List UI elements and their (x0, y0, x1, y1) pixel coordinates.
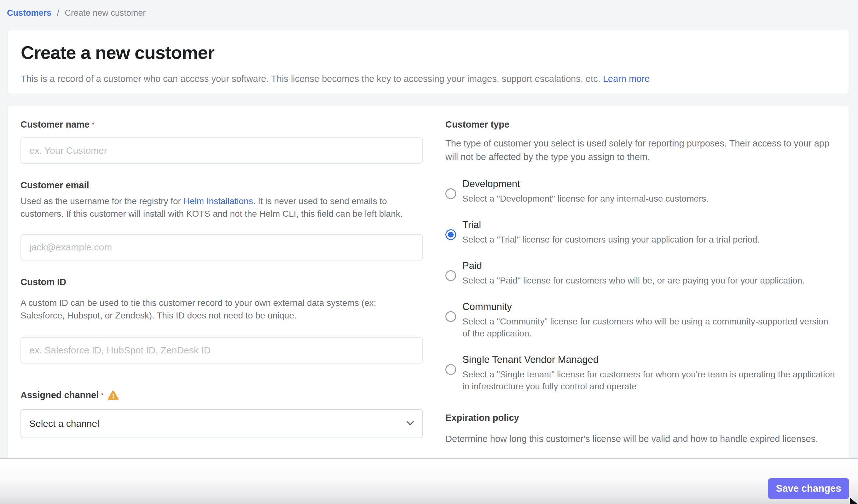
page-description: This is a record of a customer who can a… (21, 72, 836, 85)
page-title: Create a new customer (21, 42, 836, 63)
customer-email-help: Used as the username for the registry fo… (20, 195, 423, 220)
assigned-channel-select[interactable]: Select a channel (20, 409, 423, 438)
form-right-column: Customer type The type of customer you s… (445, 119, 836, 461)
breadcrumb-customers-link[interactable]: Customers (7, 8, 51, 18)
customer-type-option-development[interactable]: Development Select a "Development" licen… (445, 178, 836, 205)
warning-icon (108, 390, 119, 400)
assigned-channel-required-mark: * (101, 392, 103, 398)
breadcrumb: Customers / Create new customer (7, 8, 146, 18)
radio-text-paid: Paid Select a "Paid" license for custome… (462, 260, 805, 287)
assigned-channel-label: Assigned channel (20, 390, 99, 400)
custom-id-input[interactable] (20, 337, 423, 363)
radio-text-single-tenant: Single Tenant Vendor Managed Select a "S… (462, 354, 836, 392)
radio-text-community: Community Select a "Community" license f… (462, 301, 836, 340)
radio-title-single-tenant: Single Tenant Vendor Managed (462, 354, 836, 365)
customer-type-option-paid[interactable]: Paid Select a "Paid" license for custome… (445, 260, 836, 287)
chevron-down-icon (406, 421, 414, 427)
custom-id-label: Custom ID (20, 277, 66, 287)
customer-name-required-mark: * (92, 122, 94, 128)
helm-installations-link[interactable]: Helm Installations (184, 196, 253, 206)
customer-type-label-row: Customer type (445, 119, 836, 130)
customer-name-input[interactable] (20, 137, 423, 164)
customer-email-label: Customer email (20, 180, 89, 191)
form-footer: Save changes (0, 458, 858, 504)
radio-description-single-tenant: Select a "Single tenant" license for cus… (462, 369, 836, 392)
page-description-text: This is a record of a customer who can a… (21, 74, 601, 84)
radio-text-development: Development Select a "Development" licen… (462, 178, 709, 205)
customer-email-label-row: Customer email (20, 180, 423, 191)
radio-description-paid: Select a "Paid" license for customers wh… (462, 275, 805, 287)
radio-description-community: Select a "Community" license for custome… (462, 315, 836, 340)
radio-title-community: Community (462, 301, 836, 312)
radio-button-community[interactable] (445, 311, 456, 322)
save-changes-button[interactable]: Save changes (768, 478, 849, 499)
learn-more-link[interactable]: Learn more (603, 74, 650, 84)
radio-title-paid: Paid (462, 260, 805, 272)
radio-button-single-tenant[interactable] (445, 364, 456, 375)
customer-type-radio-group: Development Select a "Development" licen… (445, 178, 836, 392)
page-header-card: Create a new customer This is a record o… (7, 30, 850, 94)
form-left-column: Customer name * Customer email Used as t… (20, 119, 423, 461)
radio-button-trial[interactable] (445, 229, 456, 240)
customer-type-label: Customer type (445, 119, 509, 130)
radio-title-development: Development (462, 178, 709, 190)
customer-type-description: The type of customer you select is used … (445, 137, 836, 164)
customer-type-option-community[interactable]: Community Select a "Community" license f… (445, 301, 836, 340)
mouse-cursor (849, 497, 858, 504)
custom-id-help: A custom ID can be used to tie this cust… (20, 297, 423, 322)
radio-button-paid[interactable] (445, 270, 456, 281)
breadcrumb-current: Create new customer (65, 8, 146, 18)
customer-type-option-single-tenant[interactable]: Single Tenant Vendor Managed Select a "S… (445, 354, 836, 392)
radio-button-development[interactable] (445, 189, 456, 199)
customer-email-help-prefix: Used as the username for the registry fo… (20, 196, 184, 206)
customer-email-input[interactable] (20, 234, 423, 260)
assigned-channel-selected-value: Select a channel (29, 418, 99, 429)
customer-name-label-row: Customer name * (20, 119, 423, 130)
expiration-policy-description: Determine how long this customer's licen… (445, 433, 836, 445)
breadcrumb-separator: / (57, 8, 60, 18)
custom-id-label-row: Custom ID (20, 277, 423, 287)
expiration-policy-label: Expiration policy (445, 413, 836, 423)
create-customer-page: Customers / Create new customer Create a… (0, 0, 858, 504)
radio-text-trial: Trial Select a "Trial" license for custo… (462, 219, 760, 246)
customer-name-label: Customer name (20, 119, 90, 130)
radio-title-trial: Trial (462, 219, 760, 231)
radio-description-trial: Select a "Trial" license for customers u… (462, 234, 760, 246)
radio-description-development: Select a "Development" license for any i… (462, 193, 709, 205)
customer-type-option-trial[interactable]: Trial Select a "Trial" license for custo… (445, 219, 836, 246)
customer-form-card: Customer name * Customer email Used as t… (7, 106, 850, 462)
assigned-channel-label-row: Assigned channel * (20, 390, 423, 400)
